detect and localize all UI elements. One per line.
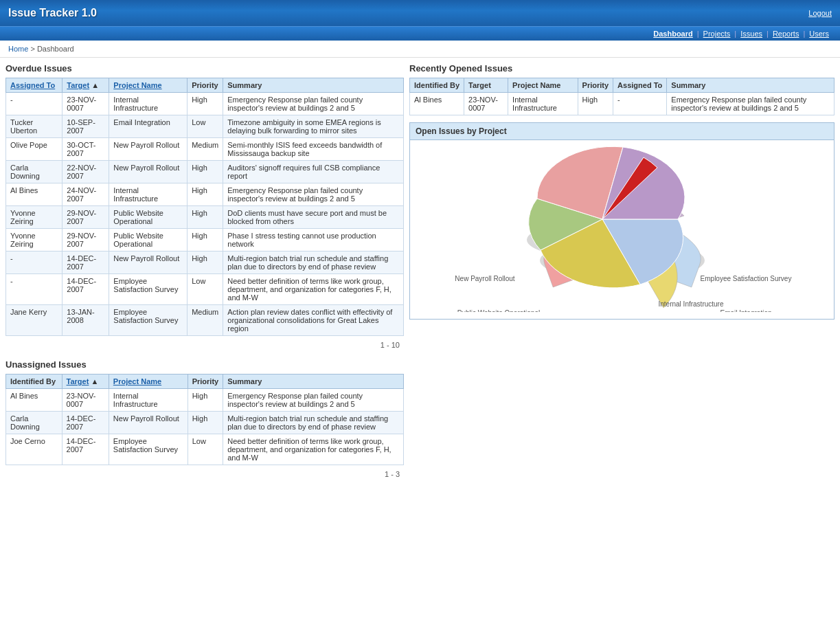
- cell-target: 30-OCT-2007: [63, 138, 109, 161]
- unassigned-row: Carla Downing 14-DEC-2007 New Payroll Ro…: [6, 412, 404, 434]
- unassigned-title: Unassigned Issues: [5, 359, 404, 370]
- recently-opened-table: Identified By Target Project Name Priori…: [409, 78, 835, 115]
- cell-project: New Payroll Rollout: [109, 161, 188, 183]
- cell-project: Employee Satisfaction Survey: [109, 305, 188, 336]
- recently-opened-section: Recently Opened Issues Identified By Tar…: [409, 63, 835, 115]
- logout-button[interactable]: Logout: [808, 9, 832, 17]
- breadcrumb-separator: >: [30, 45, 34, 53]
- nav-reports[interactable]: Reports: [770, 30, 802, 38]
- cell-priority: High: [188, 93, 223, 115]
- cell-summary: Auditors' signoff requires full CSB comp…: [223, 161, 404, 183]
- rcol-identified-by: Identified By: [410, 78, 464, 93]
- recently-opened-title: Recently Opened Issues: [409, 63, 835, 74]
- chart-section: Open Issues by Project: [409, 122, 835, 320]
- cell-target: 10-SEP-2007: [63, 115, 109, 138]
- rcol-project-name: Project Name: [508, 78, 578, 93]
- cell-priority: Low: [188, 274, 223, 305]
- cell-priority: Medium: [188, 138, 223, 161]
- rcol-assigned-to: Assigned To: [613, 78, 667, 93]
- cell-target: 14-DEC-2007: [63, 274, 109, 305]
- nav-users[interactable]: Users: [806, 30, 832, 38]
- cell-priority: High: [188, 252, 223, 274]
- cell-project: Public Website Operational: [109, 229, 188, 252]
- cell-summary: Action plan review dates conflict with e…: [223, 305, 404, 336]
- cell-summary: Semi-monthly ISIS feed exceeds bandwidth…: [223, 138, 404, 161]
- label-website: Public Website Operational: [457, 309, 539, 312]
- cell-summary: Need better definition of terms like wor…: [223, 274, 404, 305]
- ucol-project-name[interactable]: Project Name: [109, 375, 188, 389]
- overdue-table: Assigned To Target ▲ Project Name Priori…: [5, 78, 404, 336]
- overdue-pagination: 1 - 10: [5, 339, 404, 351]
- breadcrumb-current: Dashboard: [37, 45, 74, 53]
- cell-priority: High: [188, 229, 223, 252]
- cell-project: Email Integration: [109, 115, 188, 138]
- cell-project: New Payroll Rollout: [109, 412, 188, 434]
- col-project-name[interactable]: Project Name: [109, 78, 188, 93]
- col-target[interactable]: Target ▲: [63, 78, 109, 93]
- cell-summary: Emergency Response plan failed county in…: [223, 93, 404, 115]
- cell-assigned-to: Olive Pope: [6, 138, 63, 161]
- recently-row: Al Bines 23-NOV-0007 Internal Infrastruc…: [410, 93, 835, 115]
- cell-priority: High: [188, 412, 223, 434]
- cell-identified-by: Carla Downing: [6, 412, 63, 434]
- unassigned-table: Identified By Target ▲ Project Name Prio…: [5, 374, 404, 465]
- cell-assigned-to: -: [6, 252, 63, 274]
- cell-summary: Emergency Response plan failed county in…: [667, 93, 835, 115]
- overdue-row: - 23-NOV-0007 Internal Infrastructure Hi…: [6, 93, 404, 115]
- cell-assigned-to: -: [6, 93, 63, 115]
- cell-priority: High: [188, 206, 223, 229]
- nav-dashboard[interactable]: Dashboard: [650, 30, 695, 38]
- cell-summary: Need better definition of terms like wor…: [223, 434, 404, 465]
- overdue-row: Olive Pope 30-OCT-2007 New Payroll Rollo…: [6, 138, 404, 161]
- cell-assigned-to: Yvonne Zeiring: [6, 229, 63, 252]
- overdue-row: Al Bines 24-NOV-2007 Internal Infrastruc…: [6, 183, 404, 206]
- cell-target: 14-DEC-2007: [62, 412, 109, 434]
- cell-summary: Multi-region batch trial run schedule an…: [223, 252, 404, 274]
- cell-project: Internal Infrastructure: [508, 93, 578, 115]
- col-summary: Summary: [223, 78, 404, 93]
- overdue-row: Carla Downing 22-NOV-2007 New Payroll Ro…: [6, 161, 404, 183]
- cell-target: 23-NOV-0007: [464, 93, 508, 115]
- unassigned-pagination: 1 - 3: [5, 468, 404, 480]
- cell-target: 13-JAN-2008: [63, 305, 109, 336]
- cell-priority: Low: [188, 115, 223, 138]
- cell-project: New Payroll Rollout: [109, 138, 188, 161]
- cell-project: Internal Infrastructure: [109, 183, 188, 206]
- cell-assigned-to: Tucker Uberton: [6, 115, 63, 138]
- col-priority: Priority: [188, 78, 223, 93]
- navbar: Dashboard | Projects | Issues | Reports …: [0, 26, 840, 41]
- cell-identified-by: Al Bines: [6, 389, 63, 412]
- pie-group: [527, 146, 685, 288]
- overdue-row: Yvonne Zeiring 29-NOV-2007 Public Websit…: [6, 206, 404, 229]
- ucol-target[interactable]: Target ▲: [62, 375, 109, 389]
- cell-priority: High: [578, 93, 613, 115]
- unassigned-row: Joe Cerno 14-DEC-2007 Employee Satisfact…: [6, 434, 404, 465]
- rcol-target: Target: [464, 78, 508, 93]
- ucol-summary: Summary: [223, 375, 404, 389]
- cell-priority: High: [188, 161, 223, 183]
- right-panel: Recently Opened Issues Identified By Tar…: [404, 63, 835, 480]
- overdue-row: Jane Kerry 13-JAN-2008 Employee Satisfac…: [6, 305, 404, 336]
- breadcrumb-home[interactable]: Home: [8, 45, 28, 53]
- cell-target: 29-NOV-2007: [63, 206, 109, 229]
- breadcrumb: Home > Dashboard: [0, 41, 840, 58]
- col-assigned-to[interactable]: Assigned To: [6, 78, 63, 93]
- label-email: Email Integration: [720, 309, 771, 312]
- ucol-priority: Priority: [188, 375, 223, 389]
- overdue-row: Yvonne Zeiring 29-NOV-2007 Public Websit…: [6, 229, 404, 252]
- app-title: Issue Tracker 1.0: [8, 7, 97, 19]
- cell-priority: Low: [188, 434, 223, 465]
- overdue-section: Overdue Issues Assigned To Target ▲ Proj…: [5, 63, 404, 351]
- cell-target: 14-DEC-2007: [63, 252, 109, 274]
- overdue-title: Overdue Issues: [5, 63, 404, 74]
- pie-chart-overlay: [410, 140, 795, 305]
- nav-projects[interactable]: Projects: [701, 30, 734, 38]
- cell-summary: Timezone ambiguity in some EMEA regions …: [223, 115, 404, 138]
- cell-project: Public Website Operational: [109, 206, 188, 229]
- cell-project: Employee Satisfaction Survey: [109, 274, 188, 305]
- ucol-identified-by: Identified By: [6, 375, 63, 389]
- overdue-row: - 14-DEC-2007 Employee Satisfaction Surv…: [6, 274, 404, 305]
- cell-priority: High: [188, 389, 223, 412]
- nav-issues[interactable]: Issues: [738, 30, 765, 38]
- cell-summary: Phase I stress testing cannot use produc…: [223, 229, 404, 252]
